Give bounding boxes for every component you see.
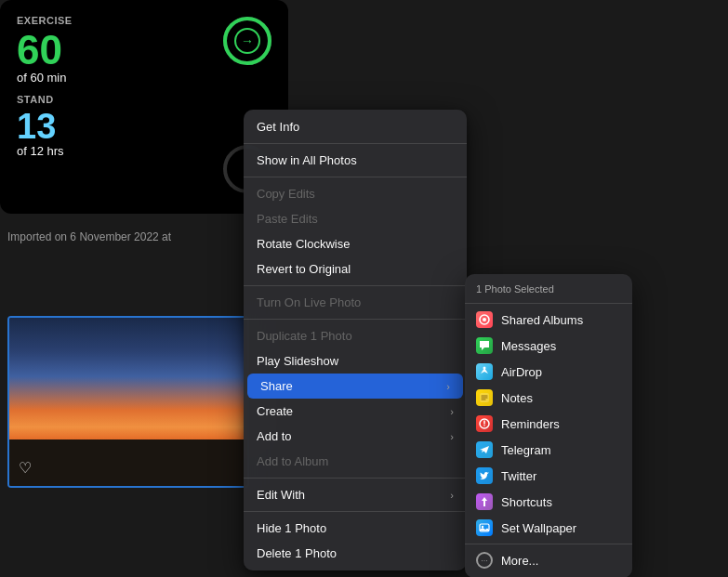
separator-4 (244, 319, 467, 320)
shared-albums-icon (476, 311, 493, 328)
messages-icon (476, 337, 493, 354)
menu-item-rotate-clockwise[interactable]: Rotate Clockwise (244, 231, 467, 256)
photo-sky (9, 318, 247, 486)
separator-5 (244, 478, 467, 479)
stand-number: 13 (17, 109, 271, 144)
submenu-item-notes[interactable]: Notes (465, 385, 632, 411)
more-icon: ··· (476, 552, 493, 569)
menu-item-hide-photo[interactable]: Hide 1 Photo (244, 516, 467, 541)
submenu-item-shared-albums[interactable]: Shared Albums (465, 307, 632, 333)
telegram-icon (476, 441, 493, 458)
imported-text: Imported on 6 November 2022 at (7, 230, 171, 243)
submenu-header: 1 Photo Selected (465, 279, 632, 300)
edit-with-arrow-icon: › (450, 490, 454, 501)
submenu-item-more[interactable]: ··· More... (465, 547, 632, 573)
create-arrow-icon: › (450, 406, 454, 417)
menu-item-delete-photo[interactable]: Delete 1 Photo (244, 541, 467, 566)
menu-item-create[interactable]: Create › (244, 399, 467, 424)
context-menu: Get Info Show in All Photos Copy Edits P… (244, 110, 467, 570)
submenu-item-reminders[interactable]: Reminders (465, 411, 632, 437)
share-arrow-icon: › (446, 381, 450, 392)
menu-item-show-all-photos[interactable]: Show in All Photos (244, 148, 467, 173)
svg-text:→: → (241, 33, 254, 48)
photo-thumbnail[interactable]: ♡ (7, 316, 249, 488)
menu-item-turn-on-live: Turn On Live Photo (244, 290, 467, 315)
stand-section: STAND 13 of 12 hrs (17, 94, 271, 158)
menu-item-paste-edits: Paste Edits (244, 206, 467, 231)
stand-label: STAND (17, 94, 271, 105)
reminders-icon (476, 415, 493, 432)
menu-item-share[interactable]: Share › (247, 374, 463, 399)
svg-point-11 (483, 425, 485, 426)
shortcuts-icon (476, 493, 493, 510)
menu-item-edit-with[interactable]: Edit With › (244, 482, 467, 507)
submenu-item-set-wallpaper[interactable]: Set Wallpaper (465, 515, 632, 541)
submenu-separator-bottom (465, 544, 632, 544)
submenu-item-shortcuts[interactable]: Shortcuts (465, 489, 632, 515)
airdrop-icon (476, 363, 493, 380)
menu-item-add-to-album: Add to Album (244, 449, 467, 474)
submenu-item-twitter[interactable]: Twitter (465, 463, 632, 489)
menu-item-add-to[interactable]: Add to › (244, 424, 467, 449)
submenu-separator-top (465, 303, 632, 304)
notes-icon (476, 389, 493, 406)
svg-point-13 (482, 526, 483, 528)
separator-3 (244, 285, 467, 286)
menu-item-duplicate: Duplicate 1 Photo (244, 323, 467, 348)
separator-2 (244, 177, 467, 177)
separator-6 (244, 511, 467, 512)
share-submenu: 1 Photo Selected Shared Albums Messages … (465, 274, 632, 577)
add-to-arrow-icon: › (450, 431, 454, 442)
exercise-sub: of 60 min (17, 71, 271, 85)
submenu-item-messages[interactable]: Messages (465, 333, 632, 359)
menu-item-revert-original[interactable]: Revert to Original (244, 256, 467, 282)
photo-silhouette (9, 439, 247, 486)
svg-point-6 (483, 318, 486, 321)
separator-1 (244, 143, 467, 144)
twitter-icon (476, 467, 493, 484)
menu-item-copy-edits: Copy Edits (244, 181, 467, 206)
menu-item-play-slideshow[interactable]: Play Slideshow (244, 348, 467, 374)
svg-point-7 (483, 367, 486, 370)
wallpaper-icon (476, 519, 493, 536)
exercise-circle-icon: → (221, 15, 273, 67)
heart-icon: ♡ (19, 459, 32, 477)
menu-item-get-info[interactable]: Get Info (244, 114, 467, 139)
submenu-item-telegram[interactable]: Telegram (465, 437, 632, 463)
submenu-item-airdrop[interactable]: AirDrop (465, 359, 632, 385)
